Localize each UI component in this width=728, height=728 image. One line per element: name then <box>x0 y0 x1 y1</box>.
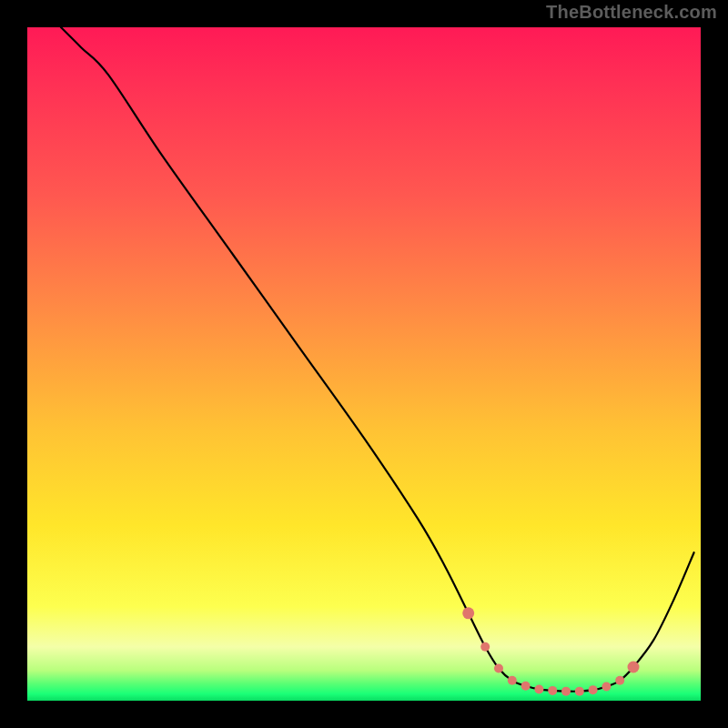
heat-gradient-background <box>27 27 701 701</box>
watermark-text: TheBottleneck.com <box>546 2 717 23</box>
chart-container: TheBottleneck.com <box>0 0 728 728</box>
plot-area <box>27 27 701 701</box>
